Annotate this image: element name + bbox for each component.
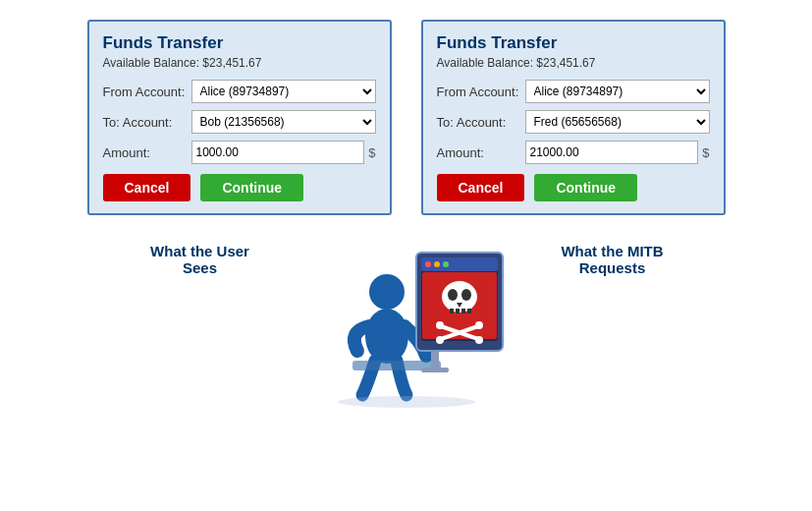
svg-rect-4: [421, 368, 449, 372]
right-to-row: To: Account: Fred (65656568): [437, 110, 710, 134]
mitb-illustration: [298, 233, 514, 410]
right-from-row: From Account: Alice (89734897): [437, 80, 710, 103]
right-amount-row: Amount: $: [437, 141, 710, 164]
svg-rect-16: [456, 309, 460, 313]
right-to-account-select[interactable]: Fred (65656568): [525, 110, 710, 134]
left-to-label: To: Account:: [103, 115, 191, 130]
mitb-requests-label: What the MITBRequests: [514, 243, 711, 276]
right-card-title: Funds Transfer: [437, 33, 710, 53]
right-to-label: To: Account:: [437, 115, 525, 130]
left-balance-label: Available Balance:: [103, 56, 200, 70]
right-card-balance: Available Balance: $23,451.67: [437, 56, 710, 70]
right-balance-value: $23,451.67: [536, 56, 595, 70]
svg-point-0: [369, 274, 405, 310]
svg-point-23: [475, 321, 483, 329]
svg-rect-17: [461, 309, 465, 313]
left-amount-input[interactable]: [191, 141, 365, 164]
svg-point-14: [461, 289, 471, 301]
svg-point-24: [436, 336, 444, 344]
left-amount-row: Amount: $: [103, 141, 376, 164]
svg-point-8: [425, 261, 431, 267]
right-cancel-button[interactable]: Cancel: [437, 174, 525, 201]
left-from-account-select[interactable]: Alice (89734897): [191, 80, 376, 103]
left-from-row: From Account: Alice (89734897): [103, 80, 376, 103]
left-to-account-select[interactable]: Bob (21356568): [191, 110, 376, 134]
right-funds-transfer-card: Funds Transfer Available Balance: $23,45…: [421, 20, 726, 215]
svg-point-10: [443, 261, 449, 267]
left-to-row: To: Account: Bob (21356568): [103, 110, 376, 134]
left-funds-transfer-card: Funds Transfer Available Balance: $23,45…: [87, 20, 392, 215]
svg-point-13: [448, 289, 458, 301]
right-continue-button[interactable]: Continue: [534, 174, 637, 201]
right-button-row: Cancel Continue: [437, 174, 710, 201]
svg-point-20: [436, 321, 444, 329]
left-amount-wrap: $: [191, 141, 376, 164]
left-cancel-button[interactable]: Cancel: [103, 174, 191, 201]
left-from-label: From Account:: [103, 85, 191, 99]
left-continue-button[interactable]: Continue: [200, 174, 303, 201]
mitb-svg-icon: [308, 233, 505, 410]
right-amount-wrap: $: [525, 141, 710, 164]
svg-rect-7: [421, 257, 498, 271]
left-button-row: Cancel Continue: [103, 174, 376, 201]
svg-rect-15: [450, 309, 454, 313]
left-card-balance: Available Balance: $23,451.67: [103, 56, 376, 70]
svg-point-12: [442, 281, 477, 312]
svg-point-21: [475, 336, 483, 344]
left-card-title: Funds Transfer: [103, 33, 376, 53]
left-balance-value: $23,451.67: [202, 56, 261, 70]
left-amount-label: Amount:: [103, 145, 191, 160]
left-dollar-sign: $: [368, 145, 375, 160]
right-from-label: From Account:: [437, 85, 525, 99]
user-sees-label: What the UserSees: [102, 243, 298, 276]
svg-point-25: [338, 396, 475, 408]
right-balance-label: Available Balance:: [437, 56, 534, 70]
right-dollar-sign: $: [702, 145, 709, 160]
svg-rect-18: [467, 309, 471, 313]
bottom-section: What the UserSees: [20, 233, 792, 410]
svg-point-9: [434, 261, 440, 267]
right-amount-label: Amount:: [437, 145, 525, 160]
top-panels: Funds Transfer Available Balance: $23,45…: [20, 20, 792, 215]
right-from-account-select[interactable]: Alice (89734897): [525, 80, 710, 103]
right-amount-input[interactable]: [525, 141, 699, 164]
